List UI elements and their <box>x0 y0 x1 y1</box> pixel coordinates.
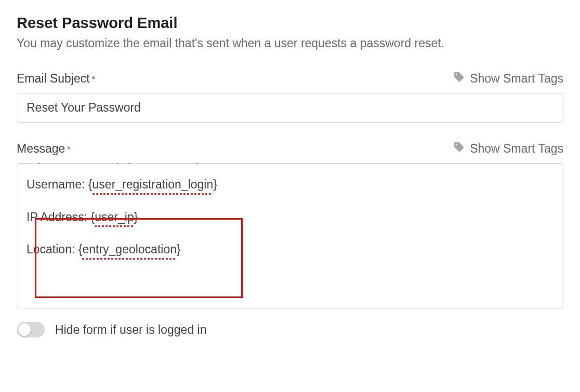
email-subject-label: Email Subject <box>17 72 90 85</box>
required-asterisk: * <box>92 75 95 84</box>
hide-form-toggle-label: Hide form if user is logged in <box>55 323 206 337</box>
section-description: You may customize the email that's sent … <box>17 35 563 51</box>
message-field: Message* Show Smart Tags Site Name: {sit… <box>17 141 563 308</box>
show-smart-tags-message[interactable]: Show Smart Tags <box>453 141 563 156</box>
toggle-knob <box>18 323 31 336</box>
smart-tags-label: Show Smart Tags <box>470 72 563 86</box>
section-title: Reset Password Email <box>17 15 563 32</box>
field-header: Email Subject* Show Smart Tags <box>17 71 563 86</box>
smart-tags-label: Show Smart Tags <box>470 142 563 156</box>
message-textarea[interactable]: Site Name: {site_name} Username: {user_r… <box>17 163 563 308</box>
tag-icon <box>453 71 465 86</box>
hide-form-toggle-row: Hide form if user is logged in <box>17 322 563 337</box>
field-header: Message* Show Smart Tags <box>17 141 563 156</box>
tag-icon <box>453 141 465 156</box>
email-subject-field: Email Subject* Show Smart Tags <box>17 71 563 123</box>
show-smart-tags-subject[interactable]: Show Smart Tags <box>453 71 563 86</box>
message-line: Location: {entry_geolocation} <box>27 240 553 259</box>
message-label-wrap: Message* <box>17 142 71 156</box>
message-content: Site Name: {site_name} Username: {user_r… <box>27 163 553 259</box>
message-line: IP Address: {user_ip} <box>27 208 553 226</box>
hide-form-toggle[interactable] <box>17 322 45 337</box>
message-line: Username: {user_registration_login} <box>27 175 553 194</box>
email-subject-label-wrap: Email Subject* <box>17 72 95 86</box>
required-asterisk: * <box>67 145 70 154</box>
partial-line: Site Name: {site_name} <box>27 163 553 164</box>
message-label: Message <box>17 142 65 155</box>
email-subject-input[interactable] <box>17 93 563 123</box>
